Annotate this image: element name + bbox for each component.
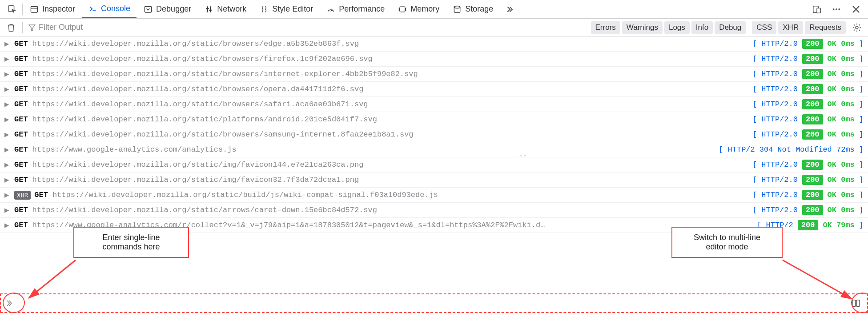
expand-twisty-icon[interactable]: ▶ — [4, 160, 10, 169]
status-block: [HTTP/2.0200OK 0ms] — [752, 205, 864, 215]
responsive-design-button[interactable] — [808, 0, 826, 18]
request-url: https://wiki.developer.mozilla.org/stati… — [32, 115, 748, 124]
request-url: https://wiki.developer.mozilla.org/stati… — [32, 176, 748, 184]
protocol: HTTP/2.0 — [761, 85, 798, 93]
annotation-left: Enter single-line commands here — [73, 227, 189, 258]
kebab-menu-button[interactable] — [827, 0, 846, 18]
tab-inspector[interactable]: Inspector — [24, 0, 81, 18]
log-row[interactable]: ▶GEThttps://www.google-analytics.com/ana… — [0, 142, 868, 157]
status-text: OK 0ms — [828, 161, 855, 169]
filter-output-input[interactable] — [39, 23, 583, 32]
category-filter-group: CSSXHRRequests — [752, 21, 846, 34]
filter-xhr[interactable]: XHR — [778, 21, 803, 34]
http-method: GET — [14, 70, 28, 78]
status-code: 200 — [798, 220, 819, 230]
expand-twisty-icon[interactable]: ▶ — [4, 100, 10, 109]
expand-twisty-icon[interactable]: ▶ — [4, 221, 10, 230]
tab-storage[interactable]: Storage — [446, 0, 499, 18]
tab-debugger[interactable]: Debugger — [137, 0, 197, 18]
status-block: [HTTP/2.0200OK 0ms] — [752, 114, 864, 124]
tab-console[interactable]: Console — [82, 0, 137, 18]
status-text: OK 0ms — [828, 85, 855, 93]
protocol: HTTP/2.0 — [761, 100, 798, 108]
tab-network[interactable]: Network — [198, 0, 253, 18]
log-row[interactable]: ▶GEThttps://wiki.developer.mozilla.org/s… — [0, 52, 868, 67]
divider — [22, 22, 23, 33]
svg-point-10 — [454, 6, 460, 8]
console-settings-button[interactable] — [849, 23, 864, 32]
filter-warnings[interactable]: Warnings — [622, 21, 663, 34]
expand-twisty-icon[interactable]: ▶ — [4, 205, 10, 215]
log-row[interactable]: ▶GEThttps://wiki.developer.mozilla.org/s… — [0, 97, 868, 112]
protocol: HTTP/2.0 — [761, 40, 798, 48]
request-url: https://wiki.developer.mozilla.org/stati… — [32, 55, 748, 63]
tab-label: Performance — [339, 4, 385, 14]
status-code: 304 — [760, 145, 773, 154]
filter-requests[interactable]: Requests — [805, 21, 846, 34]
tab-label: Inspector — [42, 4, 75, 14]
http-method: GET — [14, 85, 28, 93]
protocol: HTTP/2.0 — [761, 206, 798, 214]
status-text: Not Modified 72ms — [777, 145, 854, 154]
filter-info[interactable]: Info — [691, 21, 713, 34]
status-block: [HTTP/2.0200OK 0ms] — [752, 69, 864, 79]
tab-performance[interactable]: Performance — [320, 0, 391, 18]
expand-twisty-icon[interactable]: ▶ — [4, 84, 10, 94]
inspector-icon — [30, 5, 39, 14]
status-text: OK 0ms — [828, 115, 855, 124]
status-text: OK 0ms — [828, 191, 855, 199]
more-tabs-button[interactable] — [500, 0, 520, 18]
log-row[interactable]: ▶GEThttps://wiki.developer.mozilla.org/s… — [0, 157, 868, 173]
log-row[interactable]: ▶GEThttps://wiki.developer.mozilla.org/s… — [0, 67, 868, 82]
tab-memory[interactable]: Memory — [392, 0, 446, 18]
http-method: GET — [14, 176, 28, 184]
log-row[interactable]: ▶GEThttps://wiki.developer.mozilla.org/s… — [0, 36, 868, 52]
status-code: 200 — [802, 69, 823, 79]
pick-element-button[interactable] — [3, 4, 21, 14]
log-row[interactable]: ▶GEThttps://wiki.developer.mozilla.org/s… — [0, 82, 868, 97]
divider — [22, 4, 23, 15]
expand-twisty-icon[interactable]: ▶ — [4, 39, 10, 48]
request-url: https://wiki.developer.mozilla.org/stati… — [32, 70, 748, 78]
request-url: https://wiki.developer.mozilla.org/stati… — [32, 206, 748, 214]
tab-label: Console — [101, 4, 130, 13]
annotation-arrow-right — [780, 258, 860, 307]
expand-twisty-icon[interactable]: ▶ — [4, 190, 10, 200]
expand-twisty-icon[interactable]: ▶ — [4, 175, 10, 185]
log-row[interactable]: ▶GEThttps://wiki.developer.mozilla.org/s… — [0, 173, 868, 188]
status-code: 200 — [802, 114, 823, 124]
log-row[interactable]: ▶GEThttps://wiki.developer.mozilla.org/s… — [0, 127, 868, 142]
clear-console-button[interactable] — [4, 23, 19, 32]
expand-twisty-icon[interactable]: ▶ — [4, 115, 10, 124]
svg-rect-3 — [145, 6, 152, 12]
request-url: https://wiki.developer.mozilla.org/stati… — [52, 191, 748, 199]
close-devtools-button[interactable] — [847, 0, 865, 18]
red-marker: -- — [518, 151, 527, 160]
filter-debug[interactable]: Debug — [715, 21, 746, 34]
status-block: [HTTP/2.0200OK 0ms] — [752, 39, 864, 49]
status-block: [HTTP/2.0200OK 0ms] — [752, 99, 864, 109]
tab-label: Debugger — [156, 4, 191, 14]
log-row[interactable]: ▶GEThttps://wiki.developer.mozilla.org/s… — [0, 203, 868, 218]
tab-label: Network — [217, 4, 246, 14]
console-command-input[interactable] — [19, 299, 849, 308]
filter-css[interactable]: CSS — [752, 21, 776, 34]
svg-point-16 — [856, 26, 858, 29]
expand-twisty-icon[interactable]: ▶ — [4, 54, 10, 64]
expand-twisty-icon[interactable]: ▶ — [4, 145, 10, 154]
console-icon — [88, 4, 97, 13]
filter-logs[interactable]: Logs — [664, 21, 690, 34]
expand-twisty-icon[interactable]: ▶ — [4, 69, 10, 79]
tab-style-editor[interactable]: Style Editor — [253, 0, 319, 18]
status-text: OK 0ms — [828, 206, 855, 214]
status-text: OK 0ms — [828, 40, 855, 48]
status-block: [HTTP/2.0200OK 0ms] — [752, 84, 864, 94]
filter-output-box[interactable] — [26, 23, 585, 32]
expand-twisty-icon[interactable]: ▶ — [4, 130, 10, 139]
log-row[interactable]: ▶GEThttps://wiki.developer.mozilla.org/s… — [0, 112, 868, 127]
filter-errors[interactable]: Errors — [591, 21, 620, 34]
http-method: GET — [14, 221, 28, 229]
protocol: HTTP/2.0 — [761, 115, 798, 124]
status-text: OK 0ms — [828, 100, 855, 108]
log-row[interactable]: ▶XHRGEThttps://wiki.developer.mozilla.or… — [0, 188, 868, 203]
